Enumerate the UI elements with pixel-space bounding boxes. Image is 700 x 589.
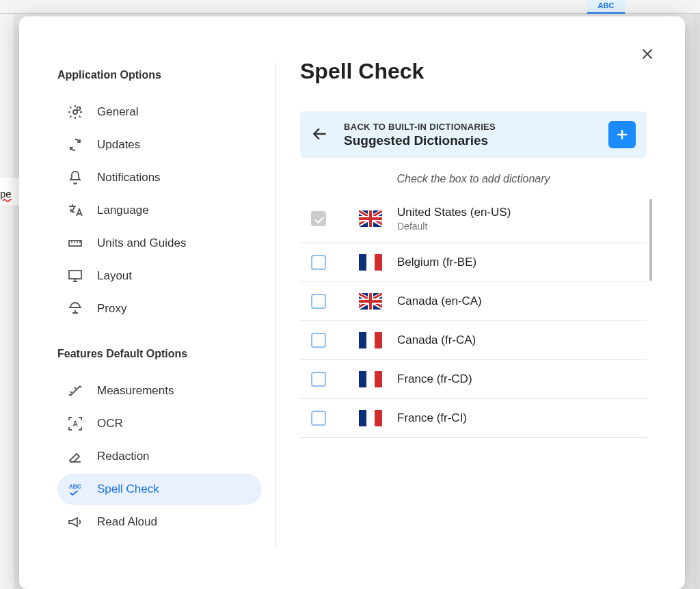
sidebar-item-measurements[interactable]: Measurements bbox=[57, 375, 262, 407]
scrollbar[interactable] bbox=[649, 199, 652, 281]
sidebar-item-label: Notifications bbox=[97, 171, 161, 184]
sidebar-item-units[interactable]: Units and Guides bbox=[57, 228, 262, 259]
ruler-icon bbox=[67, 235, 83, 251]
dictionary-row: Canada (en-CA) bbox=[300, 282, 647, 321]
dictionary-row: France (fr-CI) bbox=[300, 399, 647, 438]
dictionary-text: Canada (fr-CA) bbox=[397, 333, 641, 347]
monitor-icon bbox=[67, 268, 83, 284]
sidebar-item-layout[interactable]: Layout bbox=[57, 260, 262, 292]
flag-france-icon bbox=[359, 332, 382, 348]
dictionary-checkbox[interactable] bbox=[311, 411, 326, 426]
translate-icon bbox=[67, 202, 83, 219]
dictionary-name: United States (en-US) bbox=[397, 206, 641, 219]
dictionary-name: Belgium (fr-BE) bbox=[397, 256, 641, 269]
options-modal: Application Options General Updates Noti… bbox=[19, 16, 685, 589]
spellcheck-icon: ABC bbox=[67, 481, 83, 497]
content-area: Spell Check BACK TO BUILT-IN DICTIONARIE… bbox=[275, 16, 685, 589]
dictionary-checkbox bbox=[311, 211, 326, 226]
dictionary-checkbox[interactable] bbox=[311, 255, 326, 270]
back-banner: BACK TO BUILT-IN DICTIONARIES Suggested … bbox=[300, 111, 647, 158]
dictionary-text: France (fr-CD) bbox=[397, 372, 641, 386]
sidebar-item-read-aloud[interactable]: Read Aloud bbox=[57, 506, 262, 538]
dictionary-name: France (fr-CD) bbox=[397, 372, 641, 386]
instruction-text: Check the box to add dictionary bbox=[300, 166, 647, 195]
dictionary-row: Belgium (fr-BE) bbox=[300, 243, 647, 282]
sidebar-item-general[interactable]: General bbox=[57, 96, 262, 128]
sidebar-item-redaction[interactable]: Redaction bbox=[57, 441, 262, 472]
dictionary-row: France (fr-CD) bbox=[300, 360, 647, 399]
proxy-icon bbox=[67, 301, 83, 317]
flag-france-icon bbox=[359, 254, 382, 271]
svg-point-1 bbox=[77, 107, 81, 111]
banner-title: Suggested Dictionaries bbox=[344, 133, 595, 148]
sidebar-item-label: Layout bbox=[97, 269, 132, 283]
modal-overlay: Application Options General Updates Noti… bbox=[0, 0, 700, 589]
measure-icon bbox=[67, 383, 83, 399]
dictionary-name: Canada (en-CA) bbox=[397, 294, 641, 308]
ocr-icon: A bbox=[67, 415, 83, 432]
sidebar-item-updates[interactable]: Updates bbox=[57, 129, 262, 161]
sidebar: Application Options General Updates Noti… bbox=[19, 16, 275, 589]
sidebar-item-label: Redaction bbox=[97, 450, 150, 463]
sync-icon bbox=[67, 137, 83, 153]
section-title-application: Application Options bbox=[57, 61, 262, 91]
sidebar-item-language[interactable]: Language bbox=[57, 195, 262, 226]
plus-icon bbox=[614, 126, 630, 143]
dictionary-text: United States (en-US)Default bbox=[397, 206, 641, 232]
sidebar-item-label: General bbox=[97, 105, 138, 119]
dictionary-checkbox[interactable] bbox=[311, 372, 326, 387]
sidebar-item-label: Read Aloud bbox=[97, 515, 157, 529]
gear-icon bbox=[67, 104, 83, 120]
flag-france-icon bbox=[359, 371, 382, 387]
svg-text:ABC: ABC bbox=[69, 484, 81, 490]
sidebar-item-proxy[interactable]: Proxy bbox=[57, 293, 262, 325]
sidebar-item-notifications[interactable]: Notifications bbox=[57, 162, 262, 193]
svg-point-0 bbox=[73, 110, 77, 114]
dictionary-name: Canada (fr-CA) bbox=[397, 333, 641, 347]
back-button[interactable] bbox=[311, 125, 330, 144]
sidebar-item-label: OCR bbox=[97, 417, 123, 430]
bell-icon bbox=[67, 169, 83, 186]
flag-uk-icon bbox=[359, 210, 382, 227]
dictionary-text: Canada (en-CA) bbox=[397, 294, 641, 308]
dictionary-text: Belgium (fr-BE) bbox=[397, 256, 641, 269]
section-title-features: Features Default Options bbox=[57, 340, 262, 370]
sidebar-item-label: Proxy bbox=[97, 302, 126, 316]
dictionary-checkbox[interactable] bbox=[311, 333, 326, 348]
close-button[interactable] bbox=[640, 46, 659, 66]
sidebar-item-label: Spell Check bbox=[97, 482, 159, 496]
eraser-icon bbox=[67, 448, 83, 465]
page-title: Spell Check bbox=[300, 59, 647, 84]
dictionary-row: United States (en-US)Default bbox=[300, 195, 647, 243]
svg-text:A: A bbox=[72, 420, 77, 428]
sidebar-item-label: Language bbox=[97, 204, 149, 217]
megaphone-icon bbox=[67, 514, 83, 530]
sidebar-item-label: Measurements bbox=[97, 384, 174, 398]
svg-rect-3 bbox=[69, 271, 81, 279]
dictionary-subtitle: Default bbox=[397, 221, 641, 232]
dictionary-row: Canada (fr-CA) bbox=[300, 321, 647, 360]
banner-text: BACK TO BUILT-IN DICTIONARIES Suggested … bbox=[344, 122, 595, 148]
sidebar-item-label: Updates bbox=[97, 138, 140, 152]
sidebar-item-ocr[interactable]: A OCR bbox=[57, 408, 262, 439]
sidebar-item-spell-check[interactable]: ABC Spell Check bbox=[57, 474, 262, 505]
dictionary-checkbox[interactable] bbox=[311, 294, 326, 309]
close-icon bbox=[640, 46, 655, 61]
dictionary-text: France (fr-CI) bbox=[397, 411, 641, 425]
flag-france-icon bbox=[359, 410, 382, 426]
flag-uk-icon bbox=[359, 293, 382, 310]
sidebar-item-label: Units and Guides bbox=[97, 236, 186, 250]
add-dictionary-button[interactable] bbox=[608, 121, 636, 148]
dictionary-list: United States (en-US)DefaultBelgium (fr-… bbox=[300, 195, 647, 438]
arrow-left-icon bbox=[311, 125, 329, 143]
banner-breadcrumb: BACK TO BUILT-IN DICTIONARIES bbox=[344, 122, 595, 132]
dictionary-name: France (fr-CI) bbox=[397, 411, 641, 425]
